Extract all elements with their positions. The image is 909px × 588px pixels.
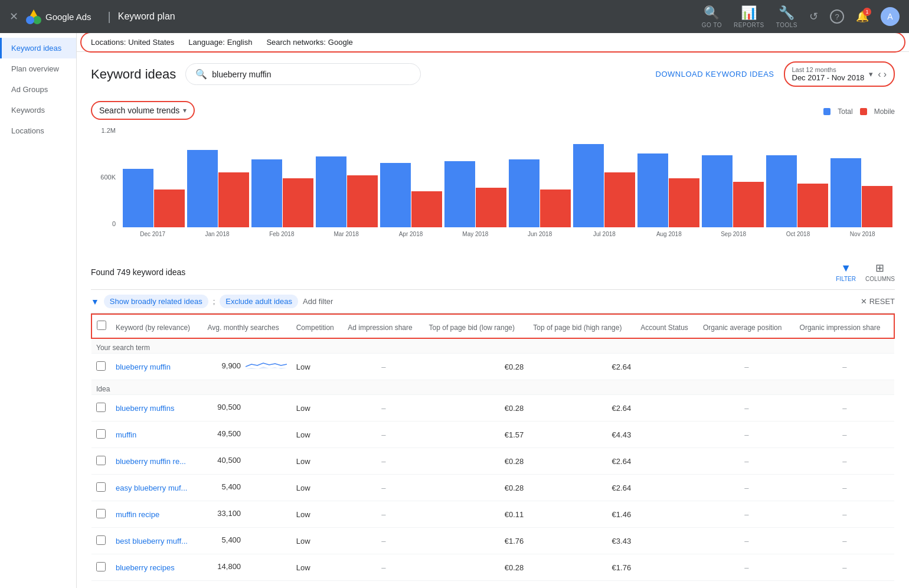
date-range-selector[interactable]: Last 12 months Dec 2017 - Nov 2018 ▾ ‹ › [784, 61, 895, 87]
help-button[interactable]: ? [830, 9, 844, 24]
help-icon: ? [830, 9, 844, 24]
row-checkbox[interactable] [96, 535, 106, 545]
goto-label: GO TO [702, 22, 722, 28]
reports-button[interactable]: 📊 REPORTS [734, 5, 764, 28]
search-box[interactable]: 🔍 [185, 63, 421, 85]
row-checkbox[interactable] [96, 429, 106, 439]
chart-bar-group [509, 159, 571, 227]
keyword-name[interactable]: blueberry recipes [116, 563, 175, 572]
select-all-header [91, 314, 111, 338]
date-range-value: Dec 2017 - Nov 2018 [792, 73, 865, 82]
col-bid-high[interactable]: Top of page bid (high range) [528, 314, 636, 338]
dropdown-chevron-icon: ▾ [869, 70, 873, 79]
networks-filter[interactable]: Search networks: Google [266, 38, 352, 47]
filter-button[interactable]: ▼ FILTER [836, 262, 856, 282]
filter-tag-broadly-related[interactable]: Show broadly related ideas [104, 295, 208, 308]
chart-section: Search volume trends ▾ Total Mobile 1.2M… [77, 92, 909, 254]
page-title: Keyword plan [118, 11, 175, 22]
chart-bar-group [123, 169, 185, 227]
chart-legend: Total Mobile [823, 107, 895, 116]
networks-value: Google [328, 38, 353, 47]
col-bid-low[interactable]: Top of page bid (low range) [424, 314, 529, 338]
close-icon[interactable]: ✕ [9, 10, 18, 23]
sidebar-item-ad-groups[interactable]: Ad Groups [0, 79, 76, 100]
sidebar-item-keyword-ideas[interactable]: Keyword ideas [0, 38, 76, 58]
keyword-header: Keyword ideas 🔍 DOWNLOAD KEYWORD IDEAS L… [77, 52, 909, 92]
row-checkbox[interactable] [96, 509, 106, 518]
col-avg-monthly[interactable]: Avg. monthly searches [203, 314, 292, 338]
chart-bar-group [444, 161, 506, 227]
keyword-ideas-title: Keyword ideas [91, 67, 176, 82]
chart-x-label: Dec 2017 [120, 231, 185, 245]
reset-button[interactable]: ✕ RESET [861, 297, 895, 306]
filter-tag-exclude-adult[interactable]: Exclude adult ideas [220, 295, 298, 308]
col-organic-avg[interactable]: Organic average position [698, 314, 795, 338]
tools-label: TOOLS [776, 22, 797, 28]
language-value: English [227, 38, 253, 47]
refresh-button[interactable]: ↺ [809, 10, 818, 23]
keyword-name[interactable]: easy blueberry muf... [116, 484, 187, 492]
bar-mobile [347, 175, 378, 227]
table-actions: Found 749 keyword ideas ▼ FILTER ⊞ COLUM… [91, 254, 895, 290]
locations-filter[interactable]: Locations: United States [91, 38, 174, 47]
keyword-name[interactable]: best blueberry muff... [116, 537, 188, 545]
bar-total [251, 159, 282, 227]
sidebar-item-locations[interactable]: Locations [0, 120, 76, 141]
top-navigation: ✕ Google Ads | Keyword plan 🔍 GO TO 📊 RE… [0, 0, 909, 33]
chevron-down-icon: ▾ [183, 106, 187, 115]
goto-button[interactable]: 🔍 GO TO [702, 5, 722, 28]
col-organic-impression[interactable]: Organic impression share [795, 314, 894, 338]
tools-icon: 🔧 [779, 5, 794, 21]
bar-mobile [154, 190, 185, 227]
bar-mobile [476, 188, 506, 227]
chart-x-label: Jun 2018 [508, 231, 572, 245]
row-checkbox[interactable] [96, 482, 106, 492]
row-checkbox[interactable] [96, 403, 106, 412]
row-checkbox[interactable] [96, 361, 106, 371]
download-keyword-ideas-button[interactable]: DOWNLOAD KEYWORD IDEAS [656, 70, 774, 79]
columns-button[interactable]: ⊞ COLUMNS [865, 262, 895, 282]
add-filter-button[interactable]: Add filter [303, 297, 333, 306]
col-keyword[interactable]: Keyword (by relevance) [111, 314, 203, 338]
sidebar-item-plan-overview[interactable]: Plan overview [0, 58, 76, 79]
col-ad-impression[interactable]: Ad impression share [343, 314, 424, 338]
keyword-name[interactable]: blueberry muffins [116, 404, 174, 413]
row-checkbox[interactable] [96, 456, 106, 465]
bar-total [637, 153, 668, 227]
row-checkbox[interactable] [96, 562, 106, 571]
locations-label: Locations: [91, 38, 126, 47]
notification-button[interactable]: 🔔 1 [856, 10, 869, 23]
table-row: easy blueberry muf... 5,400 Low – €0.28 … [91, 475, 894, 501]
keyword-name[interactable]: blueberry muffin [116, 362, 171, 371]
tools-button[interactable]: 🔧 TOOLS [776, 5, 797, 28]
keyword-name[interactable]: muffin [116, 430, 136, 439]
chart-x-label: Aug 2018 [637, 231, 701, 245]
logo-text: Google Ads [45, 12, 91, 22]
next-date-button[interactable]: › [884, 69, 887, 80]
bar-total [702, 155, 733, 227]
search-volume-trends-toggle[interactable]: Search volume trends ▾ [91, 101, 195, 120]
google-ads-logo: Google Ads [25, 8, 91, 25]
sidebar-item-keywords[interactable]: Keywords [0, 100, 76, 120]
search-input[interactable] [212, 70, 411, 79]
col-account-status[interactable]: Account Status [636, 314, 698, 338]
prev-date-button[interactable]: ‹ [878, 69, 881, 80]
refresh-icon: ↺ [809, 10, 818, 23]
table-row: muffin 49,500 Low – €1.57 €4.43 – – [91, 422, 894, 448]
user-avatar[interactable]: A [881, 7, 900, 26]
select-all-checkbox[interactable] [97, 321, 106, 330]
col-competition[interactable]: Competition [292, 314, 344, 338]
keyword-name[interactable]: muffin recipe [116, 510, 159, 519]
chart-bar-group [251, 159, 313, 227]
chart-bar-group [702, 155, 764, 227]
table-row: blueberry muffin re... 40,500 Low – €0.2… [91, 448, 894, 475]
keyword-name[interactable]: blueberry muffin re... [116, 457, 186, 466]
chart-bar-group [830, 158, 892, 227]
language-filter[interactable]: Language: English [188, 38, 252, 47]
table-row: blueberry muffins 90,500 Low – €0.28 €2.… [91, 395, 894, 422]
chart-x-label: Mar 2018 [314, 231, 378, 245]
total-legend-label: Total [838, 107, 852, 116]
chart-x-label: Sep 2018 [701, 231, 766, 245]
table-row: muffin recipe 33,100 Low – €0.11 €1.46 –… [91, 501, 894, 528]
svg-point-2 [26, 16, 34, 24]
